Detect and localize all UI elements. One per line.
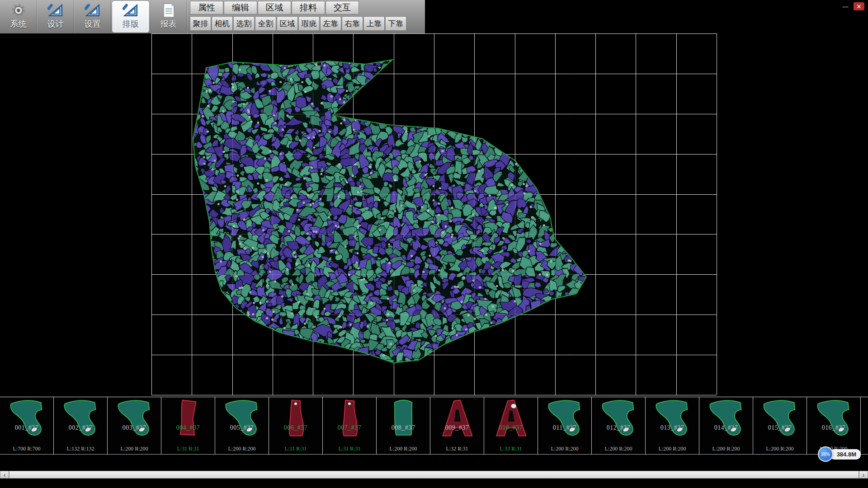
progress-badge: 38%: [818, 446, 833, 462]
tool-button-row: 聚排相机选割全割区域瑕疵左靠右靠上靠下靠: [190, 16, 406, 31]
close-button[interactable]: ✕: [854, 2, 864, 10]
piece-id: 008_#37: [377, 424, 430, 432]
tool-button-8[interactable]: 右靠: [342, 16, 363, 31]
piece-thumb-013_#37[interactable]: 013_#37L:200 R:200: [646, 397, 699, 454]
menu-tab-5[interactable]: 交互: [326, 1, 359, 14]
piece-id: 006_#37: [269, 424, 322, 432]
application-window: 系统设计设置排版报表 属性编辑区域排料交互 聚排相机选割全割区域瑕疵左靠右靠上靠…: [0, 0, 868, 488]
app-button-label: 设计: [47, 19, 64, 29]
piece-id: 010_#37: [484, 424, 538, 432]
tool-button-10[interactable]: 下靠: [385, 16, 406, 31]
piece-shape: [491, 399, 531, 438]
piece-counts: L:200 R:200: [538, 446, 591, 452]
piece-thumb-004_#37[interactable]: 004_#37L:31 R:31: [161, 397, 215, 454]
app-button-design[interactable]: 设计: [37, 0, 74, 33]
report-icon: [160, 2, 177, 19]
piece-shape: [652, 399, 692, 438]
piece-thumb-006_#37[interactable]: 006_#37L:31 R:31: [269, 397, 323, 454]
piece-counts: L:31 R:31: [269, 446, 322, 452]
piece-thumb-015_#37[interactable]: 015_#37L:200 R:200: [753, 397, 807, 454]
ruler-icon: [85, 2, 101, 19]
tool-button-3[interactable]: 选割: [233, 16, 255, 31]
piece-shape: [222, 399, 262, 438]
app-button-system[interactable]: 系统: [0, 0, 37, 33]
horizontal-scrollbar: ‹ ›: [0, 471, 868, 479]
piece-id: 015_#37: [753, 424, 807, 432]
scroll-thumb[interactable]: [9, 471, 859, 479]
piece-counts: L:200 R:200: [215, 446, 269, 452]
piece-thumb-009_#37[interactable]: 009_#37L:32 R:31: [430, 397, 484, 454]
scroll-track[interactable]: [9, 471, 859, 479]
piece-id: 005_#37: [215, 424, 269, 432]
piece-shape: [330, 399, 369, 438]
piece-counts: L:200 R:200: [108, 446, 161, 452]
piece-shape: [545, 399, 585, 438]
app-button-label: 报表: [160, 19, 177, 29]
window-controls: — ✕: [840, 2, 864, 10]
piece-thumb-003_#37[interactable]: 003_#37L:200 R:200: [108, 397, 161, 454]
piece-id: 016_#37: [807, 424, 860, 432]
scroll-left-arrow[interactable]: ‹: [0, 471, 9, 479]
menu-tab-2[interactable]: 编辑: [224, 1, 257, 14]
piece-counts: L:31 R:31: [323, 446, 376, 452]
piece-id: 007_#37: [323, 424, 376, 432]
minimize-button[interactable]: —: [840, 2, 851, 10]
app-button-report[interactable]: 报表: [150, 0, 187, 33]
status-indicator: 38% 384.8M: [818, 446, 861, 462]
app-button-label: 设置: [85, 19, 101, 29]
tool-button-4[interactable]: 全割: [255, 16, 276, 31]
piece-thumb-016_#37[interactable]: 016_#37L:200 R:200: [807, 397, 861, 454]
piece-shape: [760, 399, 800, 438]
tool-button-1[interactable]: 聚排: [190, 16, 211, 31]
tool-button-5[interactable]: 区域: [277, 16, 298, 31]
piece-counts: L:700 R:700: [0, 446, 53, 452]
app-button-label: 排版: [123, 19, 139, 29]
menu-tab-3[interactable]: 区域: [258, 1, 291, 14]
tool-button-6[interactable]: 瑕疵: [298, 16, 320, 31]
piece-id: 001_#37: [0, 424, 53, 432]
tool-button-9[interactable]: 上靠: [363, 16, 385, 31]
menu-area: 属性编辑区域排料交互 聚排相机选割全割区域瑕疵左靠右靠上靠下靠: [187, 0, 406, 33]
piece-thumb-008_#37[interactable]: 008_#37L:200 R:200: [377, 397, 430, 454]
piece-thumb-007_#37[interactable]: 007_#37L:31 R:31: [323, 397, 377, 454]
app-button-nesting[interactable]: 排版: [112, 1, 149, 33]
nesting-canvas[interactable]: [0, 33, 868, 397]
piece-shape: [437, 399, 477, 438]
piece-thumb-011_#37[interactable]: 011_#37L:200 R:200: [538, 397, 592, 454]
piece-thumb-010_#37[interactable]: 010_#37L:33 R:31: [484, 397, 538, 454]
ruler-icon: [47, 2, 64, 19]
piece-counts: L:33 R:31: [484, 446, 538, 452]
piece-thumb-005_#37[interactable]: 005_#37L:200 R:200: [215, 397, 269, 454]
menu-tab-1[interactable]: 属性: [190, 1, 223, 14]
piece-id: 011_#37: [538, 424, 591, 432]
gear-icon: [10, 2, 27, 19]
piece-counts: L:200 R:200: [377, 446, 430, 452]
piece-shape: [7, 399, 47, 438]
piece-id: 012_#37: [592, 424, 645, 432]
piece-id: 014_#37: [699, 424, 753, 432]
app-toolbar: 系统设计设置排版报表: [0, 0, 187, 33]
piece-shape: [114, 399, 154, 438]
piece-id: 004_#37: [161, 424, 215, 432]
piece-id: 009_#37: [430, 424, 484, 432]
piece-counts: L:200 R:200: [699, 446, 753, 452]
piece-thumb-014_#37[interactable]: 014_#37L:200 R:200: [699, 397, 753, 454]
piece-thumb-017_#37[interactable]: 017_#37L:200 R:200: [861, 397, 868, 454]
menu-tab-4[interactable]: 排料: [292, 1, 325, 14]
ruler-icon: [123, 2, 139, 19]
piece-id: 017_#37: [861, 424, 868, 432]
progress-value: 38%: [821, 452, 830, 457]
app-button-settings[interactable]: 设置: [74, 0, 111, 33]
piece-thumb-002_#37[interactable]: 002_#37L:132 R:132: [54, 397, 108, 454]
piece-thumb-001_#37[interactable]: 001_#37L:700 R:700: [0, 397, 54, 454]
piece-shape: [61, 399, 100, 438]
tool-button-7[interactable]: 左靠: [320, 16, 341, 31]
tool-button-2[interactable]: 相机: [212, 16, 233, 31]
piece-thumb-012_#37[interactable]: 012_#37L:200 R:200: [592, 397, 646, 454]
piece-shape: [276, 399, 316, 438]
menu-tab-row: 属性编辑区域排料交互: [190, 1, 406, 14]
piece-counts: L:200 R:200: [592, 446, 645, 452]
piece-id: 003_#37: [108, 424, 161, 432]
piece-shape: [706, 399, 746, 438]
scroll-right-arrow[interactable]: ›: [859, 471, 868, 479]
